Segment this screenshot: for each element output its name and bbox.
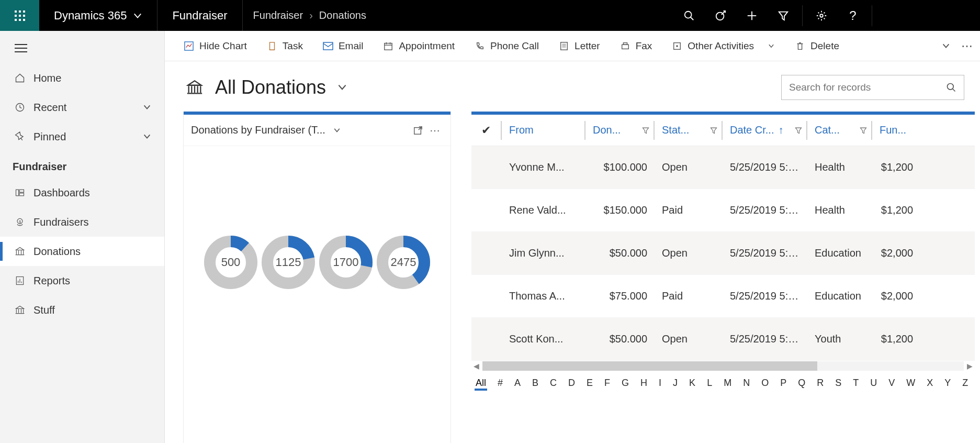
breadcrumb-root[interactable]: Fundraiser [253,9,303,21]
sidebar-toggle[interactable] [0,33,164,63]
chart-title[interactable]: Donations by Fundraiser (T... [191,124,325,136]
alpha-letter[interactable]: # [498,378,503,389]
alpha-letter[interactable]: G [622,378,629,389]
filter-button[interactable] [768,0,799,31]
alpha-letter[interactable]: P [780,378,786,389]
chevron-down-icon[interactable] [336,82,348,93]
funnel-icon[interactable] [860,127,867,134]
sidebar-home[interactable]: Home [0,63,164,93]
col-status[interactable]: Stat... [655,121,723,140]
donut[interactable]: 1700 [319,235,373,290]
sidebar-stuff[interactable]: Stuff [0,295,164,325]
alpha-letter[interactable]: O [761,378,769,389]
app-launcher[interactable] [0,0,39,31]
cmd-email[interactable]: Email [316,35,371,57]
alpha-all[interactable]: All [476,378,486,389]
cmd-fax[interactable]: Fax [613,35,660,57]
col-donation[interactable]: Don... [585,121,655,140]
alpha-letter[interactable]: M [724,378,731,389]
funnel-icon[interactable] [710,127,717,134]
chart-panel: Donations by Fundraiser (T... ⋯ 500 1125… [184,112,450,443]
cmd-more-chevron[interactable] [941,41,951,51]
alpha-letter[interactable]: J [673,378,678,389]
chart-more-icon[interactable]: ⋯ [426,124,443,137]
funnel-icon[interactable] [795,127,802,134]
svg-rect-5 [23,15,25,17]
alpha-letter[interactable]: S [835,378,841,389]
table-row[interactable]: Scott Kon... $50.000 Open 5/25/2019 5:0.… [471,318,975,361]
cmd-task[interactable]: Task [260,35,310,57]
alpha-letter[interactable]: L [707,378,712,389]
chevron-down-icon[interactable] [333,126,341,135]
alpha-letter[interactable]: N [743,378,750,389]
col-fundraiser[interactable]: Fun... [872,121,920,140]
expand-chart-icon[interactable] [410,126,426,135]
alpha-letter[interactable]: W [906,378,915,389]
chevron-down-icon [133,11,142,20]
cmd-appointment[interactable]: Appointment [376,35,462,57]
cell-date: 5/25/2019 5:0... [723,161,807,173]
horizontal-scrollbar[interactable]: ◀ ▶ [471,361,975,371]
search-records[interactable] [781,75,964,100]
col-category[interactable]: Cat... [807,121,872,140]
alpha-letter[interactable]: F [604,378,610,389]
alpha-letter[interactable]: B [532,378,538,389]
search-button[interactable] [673,0,705,31]
alpha-letter[interactable]: Y [944,378,951,389]
table-row[interactable]: Yvonne M... $100.000 Open 5/25/2019 5:0.… [471,146,975,189]
col-from[interactable]: From [502,121,585,140]
alpha-letter[interactable]: V [888,378,895,389]
scroll-left-icon[interactable]: ◀ [474,362,479,370]
alpha-letter[interactable]: T [853,378,859,389]
brand-menu[interactable]: Dynamics 365 [39,0,157,31]
cmd-phone-call[interactable]: Phone Call [467,35,546,57]
help-button[interactable]: ? [837,0,869,31]
alpha-letter[interactable]: D [568,378,575,389]
search-icon[interactable] [946,82,956,93]
view-title[interactable]: All Donations [215,76,326,98]
search-input[interactable] [789,82,946,93]
donut[interactable]: 1125 [261,235,316,290]
sidebar-dashboards[interactable]: Dashboards [0,178,164,207]
alpha-letter[interactable]: X [927,378,933,389]
alpha-letter[interactable]: K [689,378,695,389]
cmd-other-activities[interactable]: Other Activities [664,35,782,57]
task-flow-button[interactable] [705,0,736,31]
table-row[interactable]: Rene Vald... $150.000 Paid 5/25/2019 5:0… [471,189,975,232]
table-row[interactable]: Jim Glynn... $50.000 Open 5/25/2019 5:0.… [471,232,975,275]
sidebar-fundraisers[interactable]: $ Fundraisers [0,207,164,237]
new-button[interactable] [736,0,768,31]
cmd-hide-chart[interactable]: Hide Chart [176,35,254,57]
svg-rect-21 [19,190,24,192]
alpha-letter[interactable]: Q [798,378,805,389]
cmd-letter[interactable]: Letter [551,35,607,57]
sidebar-recent[interactable]: Recent [0,93,164,122]
cell-category: Health [807,204,872,216]
alpha-letter[interactable]: I [659,378,661,389]
donut[interactable]: 2475 [376,235,431,290]
select-all[interactable]: ✔ [471,121,502,140]
settings-button[interactable] [806,0,837,31]
alpha-letter[interactable]: U [870,378,877,389]
alpha-letter[interactable]: H [640,378,647,389]
breadcrumb-current[interactable]: Donations [319,9,366,21]
alpha-letter[interactable]: A [514,378,521,389]
col-date-created[interactable]: Date Cr...↑ [723,121,807,140]
activity-icon [672,41,682,51]
scroll-right-icon[interactable]: ▶ [967,362,973,370]
table-row[interactable]: Thomas A... $75.000 Paid 5/25/2019 5:0..… [471,275,975,318]
alpha-letter[interactable]: R [817,378,824,389]
app-name[interactable]: Fundraiser [157,0,242,31]
donut[interactable]: 500 [204,235,258,290]
sidebar-donations[interactable]: Donations [0,237,164,266]
funnel-icon[interactable] [642,127,649,134]
sidebar-reports[interactable]: Reports [0,266,164,295]
alpha-letter[interactable]: E [587,378,593,389]
cmd-overflow[interactable]: ⋯ [961,39,974,53]
user-area[interactable] [875,0,980,31]
sidebar-pinned[interactable]: Pinned [0,122,164,151]
svg-rect-40 [623,42,627,45]
alpha-letter[interactable]: C [550,378,557,389]
cmd-delete[interactable]: Delete [787,35,847,57]
alpha-letter[interactable]: Z [962,378,968,389]
